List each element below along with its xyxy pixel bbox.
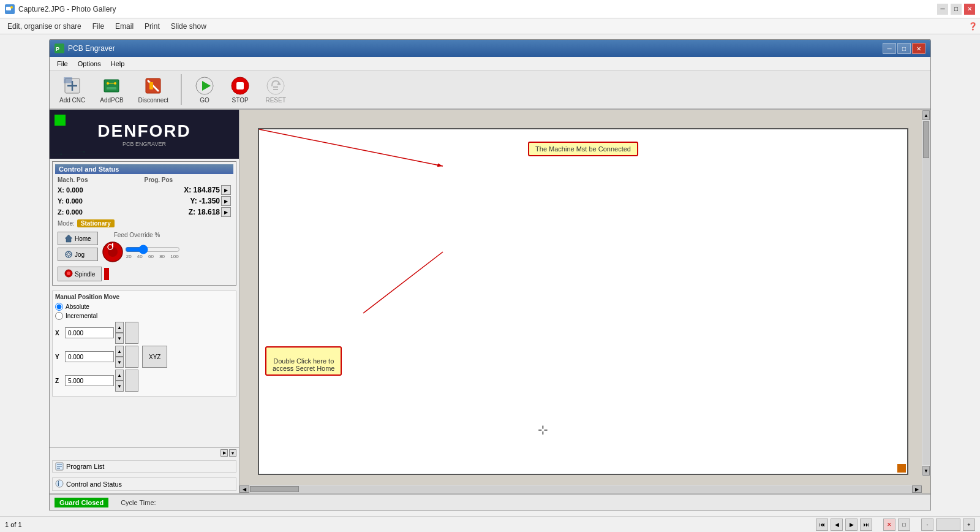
feed-40: 40 [137, 254, 143, 259]
control-status-title: Control and Status [55, 164, 233, 174]
svg-line-49 [259, 129, 443, 166]
disconnect-button[interactable]: Disconnect [134, 74, 173, 106]
inner-menu-bar: File Options Help [50, 57, 930, 70]
spindle-button[interactable]: Spindle [58, 267, 102, 281]
svg-marker-30 [65, 235, 72, 242]
disconnect-icon [143, 76, 163, 96]
menu-edit[interactable]: Edit, organise or share [2, 20, 86, 32]
page-info: 1 of 1 [5, 521, 22, 528]
x-coord-input[interactable] [65, 327, 114, 338]
add-pcb-icon [102, 76, 121, 96]
home-button[interactable]: Home [58, 232, 98, 245]
canvas-viewport[interactable]: The Machine Mst be Connected Double Clic… [258, 128, 908, 475]
reset-button[interactable]: RESET [260, 74, 291, 106]
scroll-track-vertical [922, 121, 930, 465]
delete-button[interactable]: ✕ [883, 519, 895, 531]
y-stepper-down[interactable]: ▼ [115, 357, 124, 368]
scroll-thumb-vertical[interactable] [923, 121, 929, 158]
svg-point-28 [61, 153, 62, 154]
svg-rect-16 [149, 82, 153, 89]
nav-next-button[interactable]: ▶ [845, 519, 858, 531]
manual-pos-title: Manual Position Move [55, 294, 233, 300]
scroll-down-button[interactable]: ▼ [922, 466, 930, 476]
z-coord-label: Z [55, 378, 64, 384]
mode-row: Mode: Stationary [55, 218, 233, 229]
close-button[interactable]: ✕ [964, 4, 975, 15]
add-pcb-button[interactable]: AddPCB [95, 74, 128, 106]
svg-rect-12 [107, 87, 116, 89]
x-arrow-button[interactable]: ▶ [221, 185, 231, 195]
guard-closed-badge: Guard Closed [55, 498, 108, 507]
inner-menu-file[interactable]: File [52, 59, 73, 69]
nav-prev-button[interactable]: ◀ [831, 519, 843, 531]
svg-line-50 [363, 252, 443, 313]
z-coord-input[interactable] [65, 375, 114, 386]
y-position-row: Y: 0.000 Y: -1.350 ▶ [55, 196, 233, 207]
inner-window: P PCB Engraver ─ □ ✕ File Options Help [49, 39, 931, 511]
photo-gallery-icon [5, 4, 15, 14]
inner-close-button[interactable]: ✕ [912, 43, 925, 54]
title-controls: ─ □ ✕ [937, 4, 975, 15]
xyz-button[interactable]: XYZ [142, 346, 167, 368]
go-icon [195, 76, 214, 96]
feed-20: 20 [126, 254, 132, 259]
scroll-right-button[interactable]: ▶ [912, 485, 922, 493]
stop-button[interactable]: STOP [225, 74, 255, 106]
scroll-thumb-horizontal[interactable] [250, 486, 299, 492]
y-go-button[interactable] [125, 346, 138, 368]
control-status-bottom-section[interactable]: i Control and Status [52, 477, 236, 491]
incremental-radio[interactable] [55, 312, 63, 320]
x-go-button[interactable] [125, 322, 138, 344]
menu-file[interactable]: File [88, 20, 109, 32]
z-arrow-button[interactable]: ▶ [221, 207, 231, 217]
outer-window: Capture2.JPG - Photo Gallery ─ □ ✕ Edit,… [0, 0, 980, 532]
x-stepper-down[interactable]: ▼ [115, 333, 124, 344]
inner-minimize-button[interactable]: ─ [883, 43, 896, 54]
x-mach-value: X: 0.000 [58, 186, 83, 194]
scroll-up-button[interactable]: ▲ [922, 110, 930, 120]
feed-knob[interactable] [102, 241, 124, 263]
secret-home-tooltip: Double Click here to access Secret Home [265, 346, 342, 376]
outer-bottom-bar: 1 of 1 ⏮ ◀ ▶ ⏭ ✕ □ - + [0, 516, 980, 532]
mode-label: Mode: [58, 220, 75, 227]
zoom-out-button[interactable]: - [921, 519, 933, 531]
y-stepper-up[interactable]: ▲ [115, 346, 124, 357]
inner-menu-help[interactable]: Help [106, 59, 130, 69]
y-arrow-button[interactable]: ▶ [221, 196, 231, 206]
z-stepper-up[interactable]: ▲ [115, 370, 124, 381]
z-go-button[interactable] [125, 370, 138, 392]
menu-email[interactable]: Email [110, 20, 138, 32]
add-cnc-button[interactable]: Add CNC [55, 74, 90, 106]
z-stepper-down[interactable]: ▼ [115, 381, 124, 392]
scroll-down-arrow[interactable]: ▼ [229, 449, 236, 457]
arrow-overlay [259, 129, 907, 474]
toolbar-separator-1 [181, 74, 182, 105]
absolute-radio[interactable] [55, 303, 63, 311]
program-list-section[interactable]: Program List [52, 460, 236, 473]
nav-last-button[interactable]: ⏭ [860, 519, 872, 531]
scroll-left-button[interactable]: ◀ [239, 485, 249, 493]
inner-menu-options[interactable]: Options [73, 59, 106, 69]
spindle-indicator [104, 268, 109, 280]
zoom-in-button[interactable]: + [963, 519, 975, 531]
y-coord-input[interactable] [65, 351, 114, 362]
y-coord-label: Y [55, 354, 64, 360]
status-bar: Guard Closed Cycle Time: [50, 493, 930, 511]
mode-badge: Stationary [77, 219, 115, 227]
go-button[interactable]: GO [189, 74, 220, 106]
help-button[interactable]: ❓ [968, 22, 978, 31]
minimize-button[interactable]: ─ [937, 4, 948, 15]
feed-override-slider[interactable] [125, 245, 180, 254]
maximize-button[interactable]: □ [951, 4, 962, 15]
menu-slideshow[interactable]: Slide show [166, 20, 211, 32]
zoom-slider[interactable] [936, 519, 960, 531]
scroll-right-arrow[interactable]: ▶ [221, 449, 228, 457]
x-stepper-up[interactable]: ▲ [115, 322, 124, 333]
jog-button[interactable]: Jog [58, 248, 98, 261]
info-button[interactable]: □ [898, 519, 910, 531]
outer-menu-bar: Edit, organise or share File Email Print… [0, 18, 980, 34]
inner-maximize-button[interactable]: □ [897, 43, 911, 54]
svg-marker-48 [898, 465, 905, 472]
nav-first-button[interactable]: ⏮ [816, 519, 828, 531]
menu-print[interactable]: Print [140, 20, 165, 32]
